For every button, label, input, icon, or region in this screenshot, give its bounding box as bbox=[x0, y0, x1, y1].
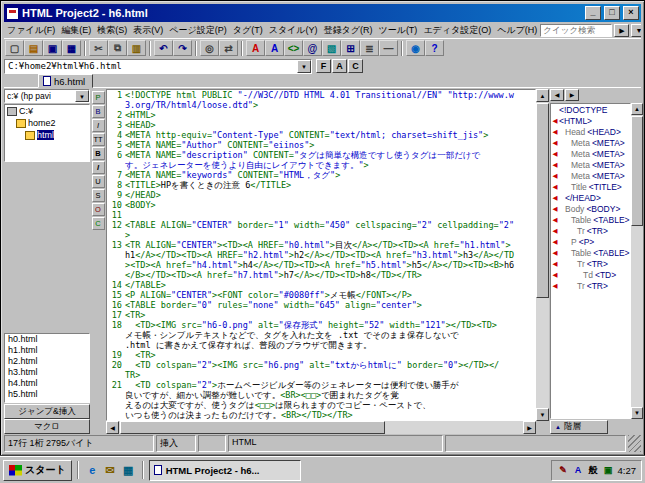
structure-tree-item[interactable]: ◀Table<TABLE> bbox=[551, 214, 630, 225]
structure-tree-item[interactable]: ◀P<P> bbox=[551, 236, 630, 247]
tag-u-button[interactable]: U bbox=[92, 175, 105, 188]
file-list-item[interactable]: h0.html bbox=[5, 334, 89, 345]
scroll-left-icon[interactable]: ◀ bbox=[106, 421, 119, 434]
maximize-button[interactable]: □ bbox=[604, 6, 620, 20]
start-button[interactable]: スタート bbox=[3, 460, 72, 481]
code-line[interactable]: 19 <TR> bbox=[107, 350, 535, 360]
code-line[interactable]: 13<TR ALIGN="CENTER"><TD><A HREF="h0.htm… bbox=[107, 240, 535, 250]
horizontal-scroll-thumb[interactable] bbox=[120, 421, 385, 434]
tag-c-button[interactable]: C bbox=[92, 217, 105, 230]
code-line[interactable]: 5<META NAME="Author" CONTENT="eiinos"> bbox=[107, 140, 535, 150]
preview-browser-button[interactable]: ◉ bbox=[406, 40, 425, 56]
code-line[interactable]: す。ジェネレーターを使うより自由にレイアウトできます。"> bbox=[107, 160, 535, 170]
font-button[interactable]: A bbox=[265, 40, 284, 56]
insert-hr-button[interactable]: — bbox=[379, 40, 398, 56]
text-color-button[interactable]: A bbox=[246, 40, 265, 56]
tag-tt-button[interactable]: TT bbox=[92, 133, 105, 146]
code-line[interactable]: 7<META NAME="keywords" CONTENT="HTML，タグ"… bbox=[107, 170, 535, 180]
replace-button[interactable]: ⇄ bbox=[219, 40, 238, 56]
structure-tree-item[interactable]: ◀<HTML> bbox=[551, 115, 630, 126]
tag-b-button[interactable]: B bbox=[92, 147, 105, 160]
structure-tree-item[interactable]: ◀Table<TABLE> bbox=[551, 247, 630, 258]
code-line[interactable]: 8<TITLE>HPを書くときの注意 6</TITLE> bbox=[107, 180, 535, 190]
code-line[interactable]: ><TD><A href="h4.html">h4</A></TD><TD><A… bbox=[107, 260, 535, 270]
tag-o-button[interactable]: O bbox=[92, 203, 105, 216]
scroll-up-icon[interactable]: ▲ bbox=[631, 103, 643, 115]
structure-prev-button[interactable]: ◀ bbox=[550, 89, 564, 101]
search-button[interactable]: ◎ bbox=[200, 40, 219, 56]
insert-tag-button[interactable]: <> bbox=[284, 40, 303, 56]
code-line[interactable]: 21 <TD colspan="2">ホームページビルダー等のジェネレーターは便… bbox=[107, 380, 535, 390]
structure-tree-item[interactable]: ◀Meta<META> bbox=[551, 148, 630, 159]
undo-button[interactable]: ↶ bbox=[154, 40, 173, 56]
tag-b-button[interactable]: B bbox=[92, 105, 105, 118]
ime-conv-icon[interactable]: 般 bbox=[587, 464, 600, 477]
file-path-dropdown-icon[interactable]: ▼ bbox=[297, 60, 311, 73]
new-file-button[interactable]: ▢ bbox=[5, 40, 24, 56]
structure-scrollbar[interactable]: ▲ ▼ bbox=[631, 103, 643, 419]
structure-tree-item[interactable]: ◀Tr<TR> bbox=[551, 225, 630, 236]
code-line[interactable]: 4<META http-equiv="Content-Type" CONTENT… bbox=[107, 130, 535, 140]
structure-tree-item[interactable]: ◀Title<TITLE> bbox=[551, 181, 630, 192]
file-path-combo[interactable]: C:¥home2¥html¥h6.html ▼ bbox=[4, 59, 312, 74]
code-line[interactable]: </B></TD><TD><A href="h7.html">h7</A></T… bbox=[107, 270, 535, 280]
menu-item[interactable]: ページ設定(P) bbox=[166, 22, 229, 38]
code-line[interactable]: 16<TABLE border="0" rules="none" width="… bbox=[107, 300, 535, 310]
paste-button[interactable]: ▥ bbox=[127, 40, 146, 56]
structure-tree-item[interactable]: ◀Meta<META> bbox=[551, 137, 630, 148]
path-a-button[interactable]: A bbox=[332, 59, 347, 73]
menu-item[interactable]: 検索(S) bbox=[94, 22, 130, 38]
menu-item[interactable]: 編集(E) bbox=[58, 22, 94, 38]
insert-list-button[interactable]: ≣ bbox=[360, 40, 379, 56]
code-line[interactable]: 3<HEAD> bbox=[107, 120, 535, 130]
clock[interactable]: 4:27 bbox=[618, 465, 637, 476]
structure-tree-item[interactable]: ◀</HEAD> bbox=[551, 192, 630, 203]
code-line[interactable]: えるのは大変ですが、使うタグは<□□>は限られますのでコピー・ペーストで、 bbox=[107, 400, 535, 410]
ie-quicklaunch-icon[interactable]: e bbox=[84, 462, 101, 479]
quick-search-input[interactable] bbox=[540, 24, 612, 37]
menu-item[interactable]: 登録タグ(R) bbox=[321, 22, 376, 38]
menu-item[interactable]: エディタ設定(O) bbox=[420, 22, 494, 38]
ime-pen-icon[interactable]: ✎ bbox=[557, 464, 570, 477]
file-list-item[interactable]: h1.html bbox=[5, 345, 89, 356]
structure-next-button[interactable]: ▶ bbox=[565, 89, 579, 101]
structure-tree-item[interactable]: ◀Tr<TR> bbox=[551, 258, 630, 269]
scroll-down-icon[interactable]: ▼ bbox=[536, 408, 549, 421]
cut-button[interactable]: ✂ bbox=[89, 40, 108, 56]
structure-scroll-thumb[interactable] bbox=[631, 116, 643, 226]
ime-mode-icon[interactable]: A bbox=[572, 464, 585, 477]
code-line[interactable]: .html に書きかえて保存すれば、普段のブラウザで開きます。 bbox=[107, 340, 535, 350]
editor-horizontal-scrollbar[interactable]: ◀ ▶ bbox=[106, 421, 536, 434]
code-line[interactable]: 18 <TD><IMG src="h6-0.png" alt="保存形式" he… bbox=[107, 320, 535, 330]
code-line[interactable]: 9</HEAD> bbox=[107, 190, 535, 200]
tab-hierarchy[interactable]: ▲ 階層 bbox=[550, 420, 608, 434]
structure-tree-item[interactable]: ◀Meta<META> bbox=[551, 159, 630, 170]
folder-tree-item[interactable]: C:¥ bbox=[5, 105, 89, 117]
save-file-button[interactable]: ▣ bbox=[43, 40, 62, 56]
code-line[interactable]: 3.org/TR/html4/loose.dtd"> bbox=[107, 100, 535, 110]
code-line[interactable]: TR> bbox=[107, 370, 535, 380]
code-line[interactable]: メモ帳・シンプルテキストなどで、タグを入れた文を .txt でそのまま保存しない… bbox=[107, 330, 535, 340]
insert-image-button[interactable]: ▧ bbox=[322, 40, 341, 56]
file-list-item[interactable]: h4.html bbox=[5, 378, 89, 389]
structure-tree-item[interactable]: ◀Body<BODY> bbox=[551, 203, 630, 214]
code-line[interactable]: 12<TABLE ALIGN="CENTER" border="1" width… bbox=[107, 220, 535, 230]
redo-button[interactable]: ↷ bbox=[173, 40, 192, 56]
code-line[interactable]: 6<META NAME="description" CONTENT="タグは簡単… bbox=[107, 150, 535, 160]
open-file-button[interactable]: ▤ bbox=[24, 40, 43, 56]
tag-i-button[interactable]: I bbox=[92, 161, 105, 174]
quick-search-go-button[interactable]: ▶ bbox=[614, 24, 629, 37]
minimize-button[interactable]: _ bbox=[585, 6, 601, 20]
structure-tree-item[interactable]: <!DOCTYPE bbox=[551, 104, 630, 115]
folder-tree-item[interactable]: html bbox=[5, 129, 89, 141]
insert-table-button[interactable]: ⊞ bbox=[341, 40, 360, 56]
drive-combo-dropdown-icon[interactable]: ▼ bbox=[75, 90, 89, 102]
structure-tree-item[interactable]: ◀Meta<META> bbox=[551, 170, 630, 181]
code-line[interactable]: いつも使うのは決まったものだけです。<BR></TD></TR> bbox=[107, 410, 535, 420]
path-f-button[interactable]: F bbox=[316, 59, 331, 73]
code-line[interactable]: 17<TR> bbox=[107, 310, 535, 320]
code-line[interactable]: 10<BODY> bbox=[107, 200, 535, 210]
drive-combo[interactable]: c:¥ (hp pavi ▼ bbox=[4, 89, 90, 103]
code-line[interactable]: 良いですが、細かい調整が難しいです。<BR><□□>で囲まれたタグを覚 bbox=[107, 390, 535, 400]
resize-grip[interactable] bbox=[628, 435, 641, 452]
